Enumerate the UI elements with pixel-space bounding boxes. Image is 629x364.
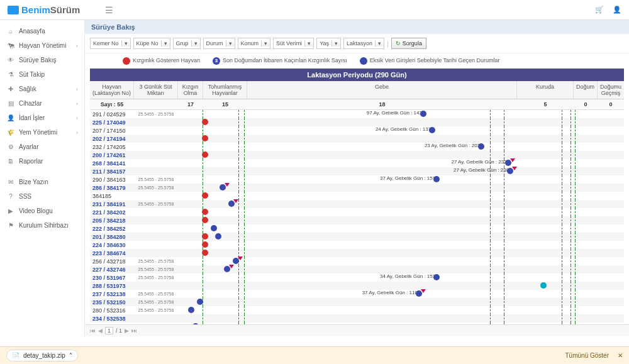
filter-select[interactable]: Yaş▾ xyxy=(316,38,341,49)
sidebar-item[interactable]: ⚗Süt Takip xyxy=(0,67,84,82)
marker-red-icon[interactable] xyxy=(202,217,208,223)
sidebar-item[interactable]: 🗎Raporlar xyxy=(0,154,84,168)
animal-link[interactable]: 286 / 384179 xyxy=(90,185,134,191)
animal-link: 232 / 174205 xyxy=(90,144,134,150)
table-row: 235 / 53215025.5455 - 25.5758 xyxy=(90,298,624,306)
animal-link[interactable]: 227 / 432746 xyxy=(90,267,134,273)
table-row: 290 / 38416325.5455 - 25.575837 Ay, Gebe… xyxy=(90,175,624,184)
sidebar-item[interactable]: 🌾Yem Yönetimi› xyxy=(0,125,84,140)
table-row: 232 / 17420523 Ay, Gebelik Gün : 203 xyxy=(90,143,624,151)
chevron-down-icon: ▾ xyxy=(121,40,130,47)
sidebar-item[interactable]: ⌂Anasayfa xyxy=(0,24,84,38)
animal-link: 256 / 432718 xyxy=(90,258,134,265)
sidebar-item[interactable]: ▶Video Blogu xyxy=(0,204,84,218)
sidebar-item[interactable]: 🐄Hayvan Yönetimi› xyxy=(0,38,84,53)
marker-blue-icon[interactable] xyxy=(433,274,440,280)
filter-select[interactable]: Kemer No▾ xyxy=(90,38,131,49)
animal-link[interactable]: 288 / 531973 xyxy=(90,283,134,289)
filter-select[interactable]: Laktasyon▾ xyxy=(343,38,384,49)
col-kizgin: Kızgın Olma xyxy=(178,81,203,99)
sidebar-item[interactable]: ⚙Ayarlar xyxy=(0,140,84,154)
marker-blue-icon[interactable] xyxy=(188,307,194,313)
table-row: 237 / 53213825.5455 - 25.575837 Ay, Gebe… xyxy=(90,290,624,298)
pager-first-icon[interactable]: ⏮ xyxy=(90,328,96,334)
marker-blue-icon[interactable] xyxy=(215,233,221,240)
filter-select[interactable]: Küpe No▾ xyxy=(133,38,170,49)
table-row: 384185 xyxy=(90,192,624,200)
marker-red-icon[interactable] xyxy=(202,192,208,199)
sidebar-item[interactable]: ?SSS xyxy=(0,189,84,204)
legend: Kızgınlık Gösteren Hayvan 3Son Doğumdan … xyxy=(85,53,629,69)
chevron-down-icon: ▾ xyxy=(226,40,235,47)
pager: ⏮ ◀ 1 / 1 ▶ ⏭ xyxy=(85,324,629,336)
animal-link[interactable]: 225 / 174049 xyxy=(90,119,134,126)
filter-select[interactable]: Süt Verimi▾ xyxy=(273,38,314,49)
sidebar-item[interactable]: ✚Sağlık› xyxy=(0,82,84,96)
animal-link[interactable]: 221 / 384202 xyxy=(90,209,134,216)
col-tohum: Tohumlanmış Hayvanlar xyxy=(203,81,247,99)
logo[interactable]: BenimSürüm xyxy=(8,4,80,15)
animal-link[interactable]: 230 / 531967 xyxy=(90,275,134,281)
marker-blue-icon[interactable] xyxy=(478,143,484,150)
query-button[interactable]: ↻Sorgula xyxy=(391,38,426,49)
table-row: 200 / 174261 xyxy=(90,151,624,159)
marker-red-icon[interactable] xyxy=(202,135,208,141)
animal-link: 384185 xyxy=(90,193,134,199)
legend-blue-icon xyxy=(360,57,367,65)
sidebar-item[interactable]: 👁Sürüye Bakış xyxy=(0,53,84,67)
pager-next-icon[interactable]: ▶ xyxy=(125,328,129,334)
sidebar-item[interactable]: ▤Cihazlar› xyxy=(0,96,84,111)
animal-link[interactable]: 223 / 384674 xyxy=(90,250,134,256)
marker-red-icon[interactable] xyxy=(202,119,208,125)
marker-red-icon[interactable] xyxy=(202,152,208,158)
animal-link[interactable]: 237 / 532138 xyxy=(90,291,134,297)
animal-link[interactable]: 205 / 384218 xyxy=(90,218,134,224)
pager-page-input[interactable]: 1 xyxy=(105,327,113,334)
close-icon[interactable]: ✕ xyxy=(618,352,623,359)
table-row: 225 / 174049 xyxy=(90,118,624,126)
table-row: 230 / 53196725.5455 - 25.575834 Ay, Gebe… xyxy=(90,273,624,282)
marker-red-icon[interactable] xyxy=(202,250,208,256)
marker-blue-icon[interactable] xyxy=(211,225,217,231)
marker-blue-icon[interactable] xyxy=(420,111,426,117)
show-all-link[interactable]: Tümünü Göster xyxy=(565,352,609,359)
marker-blue-icon[interactable] xyxy=(192,323,199,324)
animal-link: 207 / 174150 xyxy=(90,128,134,134)
cart-icon[interactable]: 🛒 xyxy=(595,6,604,14)
sidebar-item[interactable]: ✉Bize Yazın xyxy=(0,175,84,189)
filter-select[interactable]: Konum▾ xyxy=(238,38,271,49)
table-row: 221 / 384202 xyxy=(90,208,624,216)
chevron-down-icon: ▾ xyxy=(304,40,313,47)
sidebar-item[interactable]: 👤İdari İşler› xyxy=(0,111,84,125)
marker-red-icon[interactable] xyxy=(202,209,208,215)
animal-link[interactable]: 211 / 384157 xyxy=(90,168,134,175)
animal-link[interactable]: 201 / 384280 xyxy=(90,234,134,240)
marker-red-icon[interactable] xyxy=(202,241,208,248)
download-item[interactable]: 📄 detay_takip.zip ˄ xyxy=(6,350,78,361)
animal-link[interactable]: 234 / 532538 xyxy=(90,316,134,322)
marker-red-icon[interactable] xyxy=(202,233,208,240)
animal-link[interactable]: 268 / 384141 xyxy=(90,160,134,167)
table-row: 268 / 38414127 Ay, Gebelik Gün : 233 xyxy=(90,159,624,167)
user-icon[interactable]: 👤 xyxy=(613,6,621,14)
filter-select[interactable]: Grup▾ xyxy=(173,38,201,49)
pager-prev-icon[interactable]: ◀ xyxy=(98,328,103,334)
marker-cyan-icon[interactable] xyxy=(540,282,547,289)
marker-blue-icon[interactable] xyxy=(197,299,203,305)
marker-blue-icon[interactable] xyxy=(429,127,435,133)
table-row: 211 / 38415727 Ay, Gebelik Gün : 238 xyxy=(90,167,624,175)
animal-link[interactable]: 235 / 532150 xyxy=(90,299,134,306)
table-row: 234 / 532538 xyxy=(90,314,624,323)
sidebar-item[interactable]: ⚑Kurulum Sihirbazı xyxy=(0,218,84,233)
filter-select[interactable]: Durum▾ xyxy=(203,38,235,49)
marker-blue-icon[interactable] xyxy=(433,176,440,182)
chevron-up-icon[interactable]: ˄ xyxy=(69,352,72,359)
animal-link[interactable]: 231 / 384191 xyxy=(90,201,134,207)
animal-link[interactable]: 224 / 384630 xyxy=(90,242,134,248)
pager-last-icon[interactable]: ⏭ xyxy=(131,328,137,334)
animal-link[interactable]: 222 / 384252 xyxy=(90,226,134,232)
animal-link[interactable]: 202 / 174194 xyxy=(90,136,134,142)
menu-toggle-icon[interactable]: ☰ xyxy=(105,5,113,15)
chevron-down-icon: ▾ xyxy=(261,40,270,47)
animal-link[interactable]: 200 / 174261 xyxy=(90,152,134,158)
